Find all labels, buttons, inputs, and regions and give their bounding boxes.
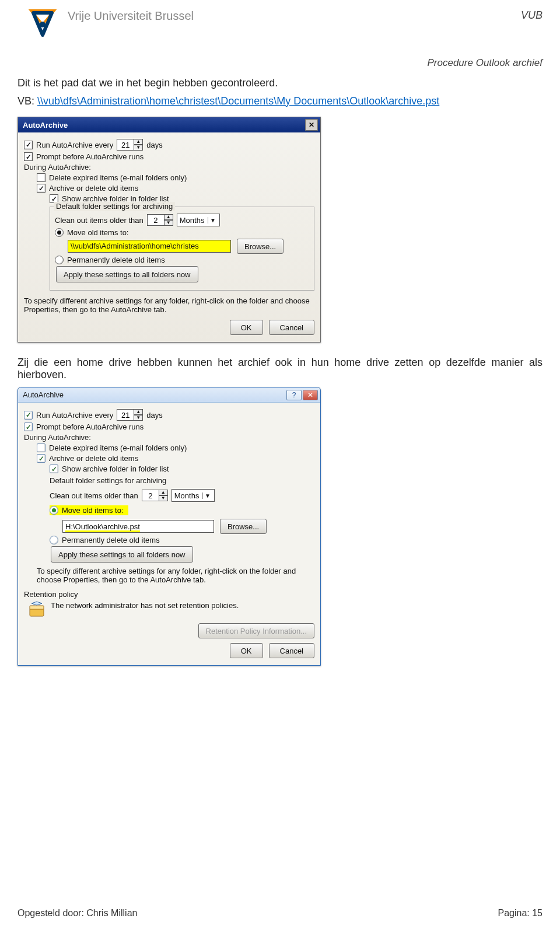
clean-label: Clean out items older than	[50, 491, 138, 500]
run-autoarchive-checkbox[interactable]	[24, 411, 33, 420]
doc-subtitle: Procedure Outlook archief	[18, 57, 542, 69]
cancel-button[interactable]: Cancel	[269, 643, 314, 658]
titlebar[interactable]: AutoArchive ✕	[18, 117, 320, 132]
clean-spinner[interactable]: ▲▼	[147, 214, 173, 226]
move-radio[interactable]	[50, 506, 58, 515]
retention-legend: Retention policy	[24, 590, 314, 599]
days-spinner[interactable]: ▲▼	[117, 139, 143, 151]
apply-all-button[interactable]: Apply these settings to all folders now	[56, 266, 198, 282]
para2: Zij die een home drive hebben kunnen het…	[18, 357, 542, 381]
perm-delete-radio[interactable]	[50, 536, 58, 544]
run-autoarchive-label: Run AutoArchive every	[36, 411, 113, 420]
fieldset-legend: Default folder settings for archiving	[54, 202, 175, 211]
archive-old-checkbox[interactable]	[37, 454, 46, 463]
dialog-title: AutoArchive	[23, 390, 286, 399]
ok-button[interactable]: OK	[230, 643, 263, 658]
apply-all-button[interactable]: Apply these settings to all folders now	[51, 546, 193, 563]
cancel-button[interactable]: Cancel	[269, 320, 314, 335]
fieldset-legend: Default folder settings for archiving	[50, 475, 314, 487]
during-label: During AutoArchive:	[24, 163, 314, 172]
move-path-input[interactable]: \\vub\dfs\Administration\home\christes	[68, 240, 231, 253]
clean-input[interactable]	[147, 214, 164, 226]
clean-spinner[interactable]: ▲▼	[142, 490, 168, 501]
spin-up-icon[interactable]: ▲	[134, 409, 143, 415]
spin-up-icon[interactable]: ▲	[159, 490, 168, 495]
prompt-label: Prompt before AutoArchive runs	[36, 422, 144, 431]
prompt-checkbox[interactable]	[24, 152, 33, 161]
days-unit: days	[146, 411, 162, 420]
intro-text: Dit is het pad dat we in het begin hebbe…	[18, 77, 542, 89]
clean-label: Clean out items older than	[55, 216, 144, 225]
chevron-down-icon: ▼	[202, 493, 212, 499]
move-path-input[interactable]: H:\Outlook\archive.pst	[62, 520, 214, 533]
perm-delete-label: Permanently delete old items	[67, 256, 165, 264]
move-radio[interactable]	[55, 228, 64, 237]
run-autoarchive-row: Run AutoArchive every ▲▼ days	[24, 139, 314, 151]
archive-old-checkbox[interactable]	[37, 184, 46, 193]
page-number: Pagina: 15	[498, 908, 542, 918]
vub-abbrev: VUB	[521, 5, 542, 22]
page-header: Vrije Universiteit Brussel VUB	[18, 5, 542, 46]
chevron-down-icon: ▼	[208, 217, 217, 223]
retention-icon	[29, 601, 45, 617]
unit-select[interactable]: Months ▼	[172, 489, 215, 502]
page-footer: Opgesteld door: Chris Millian Pagina: 15	[18, 908, 542, 918]
browse-button[interactable]: Browse...	[220, 519, 267, 534]
svg-rect-3	[30, 606, 44, 609]
days-input[interactable]	[117, 139, 134, 151]
ok-button[interactable]: OK	[230, 320, 263, 335]
run-autoarchive-checkbox[interactable]	[24, 141, 33, 149]
university-name: Vrije Universiteit Brussel	[68, 5, 521, 23]
days-spinner[interactable]: ▲▼	[117, 409, 143, 421]
delete-expired-checkbox[interactable]	[37, 443, 46, 452]
archive-old-label: Archive or delete old items	[49, 184, 138, 193]
spin-down-icon[interactable]: ▼	[134, 415, 143, 421]
unit-value: Months	[174, 491, 200, 500]
vb-prefix: VB:	[18, 95, 37, 107]
info-text: To specify different archive settings fo…	[24, 294, 314, 320]
vb-path: \\vub\dfs\Administration\home\christest\…	[37, 95, 439, 107]
retention-info-button[interactable]: Retention Policy Information...	[198, 623, 314, 638]
show-folder-checkbox[interactable]	[50, 464, 58, 473]
help-icon[interactable]: ?	[286, 390, 302, 400]
archive-old-label: Archive or delete old items	[49, 454, 138, 463]
spin-down-icon[interactable]: ▼	[164, 220, 173, 226]
close-icon[interactable]: ✕	[303, 390, 318, 400]
show-folder-label: Show archive folder in folder list	[62, 464, 169, 473]
dialog-title: AutoArchive	[23, 121, 305, 130]
move-label: Move old items to:	[67, 228, 129, 237]
author-label: Opgesteld door: Chris Millian	[18, 908, 137, 918]
prompt-checkbox[interactable]	[24, 422, 33, 431]
info-text: To specify different archive settings fo…	[24, 564, 314, 590]
browse-button[interactable]: Browse...	[237, 239, 284, 254]
clean-input[interactable]	[142, 490, 159, 501]
days-input[interactable]	[117, 409, 134, 421]
delete-expired-label: Delete expired items (e-mail folders onl…	[49, 443, 187, 452]
example-path-line: VB: \\vub\dfs\Administration\home\christ…	[18, 95, 542, 107]
autoarchive-dialog-1: AutoArchive ✕ Run AutoArchive every ▲▼ d…	[18, 117, 321, 343]
spin-down-icon[interactable]: ▼	[134, 145, 143, 151]
unit-select[interactable]: Months ▼	[177, 214, 220, 226]
days-unit: days	[146, 141, 162, 149]
during-label: During AutoArchive:	[24, 433, 314, 442]
unit-value: Months	[180, 216, 205, 225]
prompt-label: Prompt before AutoArchive runs	[36, 152, 144, 161]
retention-text: The network administrator has not set re…	[51, 601, 239, 610]
close-icon[interactable]: ✕	[305, 119, 318, 131]
spin-down-icon[interactable]: ▼	[159, 495, 168, 501]
move-path-value: H:\Outlook\archive.pst	[65, 522, 140, 532]
svg-point-1	[40, 22, 46, 27]
perm-delete-label: Permanently delete old items	[62, 536, 160, 544]
spin-up-icon[interactable]: ▲	[164, 214, 173, 220]
vub-logo	[18, 5, 68, 42]
perm-delete-radio[interactable]	[55, 256, 64, 264]
default-folder-fieldset: Default folder settings for archiving Cl…	[50, 207, 314, 291]
run-autoarchive-label: Run AutoArchive every	[36, 141, 113, 149]
autoarchive-dialog-2: AutoArchive ? ✕ Run AutoArchive every ▲▼…	[18, 387, 321, 666]
delete-expired-label: Delete expired items (e-mail folders onl…	[49, 173, 187, 182]
spin-up-icon[interactable]: ▲	[134, 139, 143, 145]
delete-expired-checkbox[interactable]	[37, 173, 46, 182]
move-label: Move old items to:	[62, 506, 124, 515]
titlebar[interactable]: AutoArchive ? ✕	[18, 387, 320, 403]
